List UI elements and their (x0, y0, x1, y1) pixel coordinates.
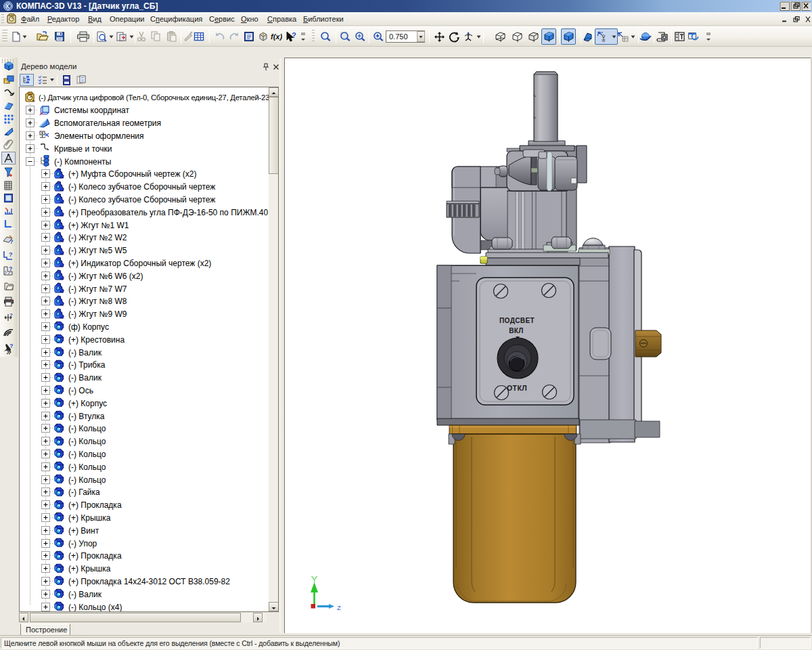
svg-text:ОТКЛ: ОТКЛ (507, 384, 527, 392)
svg-text:ВКЛ: ВКЛ (509, 327, 524, 334)
svg-text:?: ? (292, 31, 296, 39)
svg-text:?: ? (9, 251, 13, 258)
svg-text:?: ? (9, 238, 14, 245)
svg-text:ПОДСВЕТ: ПОДСВЕТ (499, 317, 535, 324)
svg-text:?: ? (9, 265, 13, 272)
svg-text:?: ? (9, 312, 13, 318)
svg-text:Z: Z (337, 604, 341, 611)
svg-text:f(x): f(x) (271, 32, 282, 41)
